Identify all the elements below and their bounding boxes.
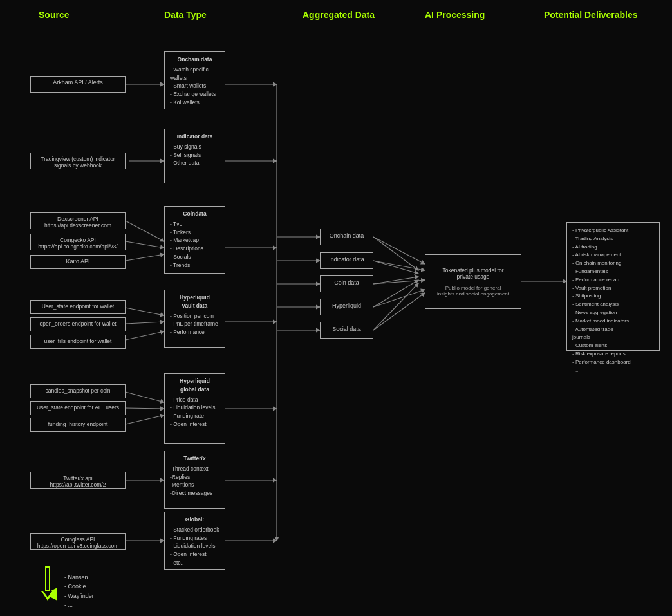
- deliverables-items: - Private/public Assistant - Trading Ana…: [572, 227, 654, 375]
- user-fills-source: user_fills endpoint for wallet: [30, 335, 126, 349]
- indicator-title: Indicator data: [169, 133, 221, 141]
- coin-data-box: Coindata - TvL - Tickers - Marketcap - D…: [164, 206, 225, 274]
- funding-history-source: funding_history endpoint: [30, 418, 126, 432]
- future-items: - Nansen - Cookie - Wayfinder - ...: [64, 573, 94, 610]
- source-header: Source: [39, 10, 69, 20]
- onchain-title: Onchain data: [169, 55, 221, 64]
- ai-tokenized-box: Tokenated plus model for private usage P…: [425, 254, 521, 309]
- svg-line-33: [373, 261, 425, 270]
- global-data-items: - Stacked orderbook - Funding rates - Li…: [169, 526, 221, 567]
- hyperliquid-vault-items: - Position per coin - PnL per timeframe …: [169, 312, 221, 337]
- dexscreener-source: Dexscreener APIhttps://api.dexscreener.c…: [30, 212, 126, 229]
- svg-line-29: [373, 277, 418, 284]
- arkham-source: Arkham API / Alerts: [30, 76, 126, 93]
- svg-line-36: [373, 293, 425, 330]
- agg-hyperliquid: Hyperliquid: [320, 299, 373, 315]
- ai-public-text: Publio model for general insights and so…: [431, 285, 516, 297]
- hyperliquid-global-title: Hyperliquid global data: [169, 377, 221, 394]
- coin-title: Coindata: [169, 210, 221, 218]
- hyperliquid-global-items: - Price data - Liquidation levels - Fund…: [169, 396, 221, 429]
- svg-line-27: [373, 237, 418, 270]
- svg-line-7: [126, 322, 164, 324]
- hyperliquid-vault-box: Hyperliquid vault data - Position per co…: [164, 290, 225, 348]
- agg-coin: Coin data: [320, 275, 373, 292]
- svg-line-4: [126, 241, 164, 248]
- svg-line-5: [126, 254, 164, 261]
- indicator-data-box: Indicator data - Buy signals - Sell sign…: [164, 129, 225, 183]
- agg-social: Social data: [320, 322, 373, 339]
- tradingview-source: Tradingview (custom) indicatorsignals by…: [30, 153, 126, 169]
- aggregated-header: Aggregated Data: [303, 10, 375, 20]
- svg-line-9: [126, 392, 164, 402]
- hyperliquid-vault-title: Hyperliquid vault data: [169, 294, 221, 310]
- twitter-source: Twitter/x apihttps://api.twitter.com/2: [30, 472, 126, 489]
- user-state-source: User_state endpoint for wallet: [30, 300, 126, 314]
- diagram-container: Source Data Type Aggregated Data AI Proc…: [0, 0, 672, 616]
- user-state-all-source: User_state endpoint for ALL users: [30, 401, 126, 415]
- agg-indicator: Indicator data: [320, 252, 373, 269]
- svg-line-28: [373, 261, 418, 274]
- twitter-data-items: -Thread context -Replies -Mentions -Dire…: [169, 465, 221, 498]
- twitter-data-title: Twitter/x: [169, 454, 221, 463]
- svg-line-3: [126, 221, 164, 241]
- svg-line-34: [373, 280, 425, 284]
- global-data-title: Global:: [169, 516, 221, 524]
- coin-items: - TvL - Tickers - Marketcap - Descriptio…: [169, 220, 221, 270]
- ai-processing-header: AI Processing: [425, 10, 485, 20]
- onchain-data-box: Onchain data - Watch specific wallets - …: [164, 51, 225, 109]
- svg-line-6: [126, 308, 164, 315]
- svg-line-8: [126, 331, 164, 340]
- global-data-box: Global: - Stacked orderbook - Funding ra…: [164, 512, 225, 570]
- ai-tokenized-text: Tokenated plus model for private usage: [431, 267, 516, 280]
- svg-line-10: [126, 408, 164, 409]
- coingecko-source: Coingecko APIhttps://api.coingecko.com/a…: [30, 234, 126, 250]
- future-items-text: - Nansen - Cookie - Wayfinder - ...: [64, 573, 94, 610]
- onchain-items: - Watch specific wallets - Smart wallets…: [169, 66, 221, 107]
- down-arrow-icon: [37, 565, 58, 601]
- svg-line-11: [126, 415, 164, 424]
- agg-onchain: Onchain data: [320, 229, 373, 245]
- indicator-items: - Buy signals - Sell signals - Other dat…: [169, 143, 221, 167]
- kaito-source: Kaito API: [30, 255, 126, 269]
- svg-line-35: [373, 290, 425, 307]
- svg-rect-43: [46, 568, 49, 590]
- candles-source: candles_snapshot per coin: [30, 384, 126, 398]
- svg-line-30: [373, 280, 418, 307]
- svg-line-31: [373, 283, 418, 330]
- coinglass-source: Coinglass APIhttps://open-api-v3.coingla…: [30, 533, 126, 550]
- deliverables-box: - Private/public Assistant - Trading Ana…: [566, 222, 660, 351]
- hyperliquid-global-box: Hyperliquid global data - Price data - L…: [164, 373, 225, 444]
- svg-line-32: [373, 237, 425, 264]
- deliverables-header: Potential Deliverables: [544, 10, 638, 20]
- data-type-header: Data Type: [164, 10, 207, 20]
- twitter-data-box: Twitter/x -Thread context -Replies -Ment…: [164, 451, 225, 509]
- open-orders-source: open_orders endpoint for wallet: [30, 317, 126, 331]
